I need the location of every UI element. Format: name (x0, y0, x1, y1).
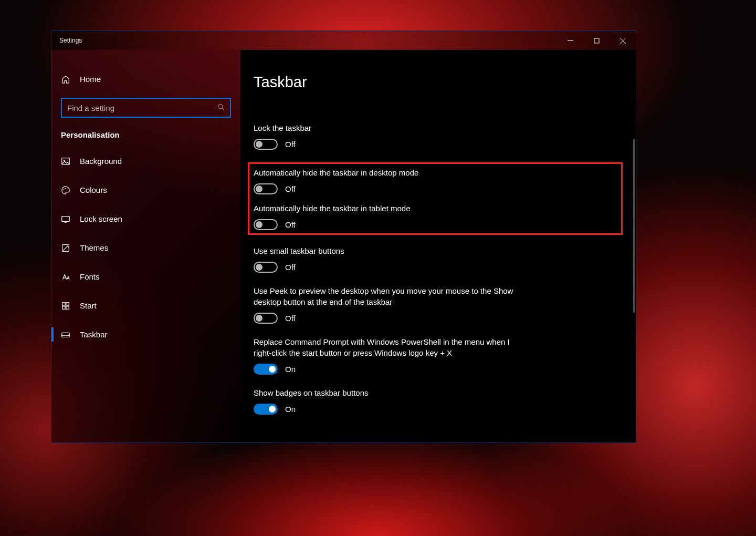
svg-rect-16 (62, 306, 65, 308)
svg-rect-14 (62, 302, 65, 305)
highlighted-region: Automatically hide the taskbar in deskto… (248, 162, 623, 235)
toggle-state: On (285, 405, 296, 414)
toggle-state: Off (285, 140, 296, 149)
search-input-container[interactable] (61, 98, 231, 118)
toggle-powershell[interactable] (254, 364, 278, 375)
sidebar-item-lock-screen[interactable]: Lock screen (51, 204, 240, 233)
toggle-state: On (285, 365, 296, 374)
sidebar-item-taskbar[interactable]: Taskbar (51, 320, 240, 349)
toggle-autohide-tablet[interactable] (254, 219, 278, 230)
toggle-small-buttons[interactable] (254, 262, 278, 273)
search-icon (217, 104, 225, 112)
page-title: Taskbar (254, 74, 623, 91)
maximize-button[interactable] (583, 31, 610, 50)
setting-badges: Show badges on taskbar buttons On (254, 387, 516, 415)
content-panel: Taskbar Lock the taskbar Off Automatical… (240, 50, 636, 442)
setting-autohide-desktop: Automatically hide the taskbar in deskto… (254, 167, 490, 194)
setting-label: Replace Command Prompt with Windows Powe… (254, 336, 516, 358)
setting-small-buttons: Use small taskbar buttons Off (254, 245, 516, 273)
setting-label: Lock the taskbar (254, 122, 516, 133)
sidebar-item-label: Colours (80, 185, 107, 194)
sidebar-item-label: Start (80, 301, 97, 310)
sidebar-item-label: Themes (80, 243, 108, 252)
svg-rect-11 (62, 216, 69, 221)
sidebar-item-colours[interactable]: Colours (51, 176, 240, 204)
svg-point-9 (65, 188, 66, 189)
toggle-state: Off (285, 184, 296, 193)
setting-autohide-tablet: Automatically hide the taskbar in tablet… (254, 203, 490, 230)
window-title: Settings (59, 37, 82, 44)
sidebar-item-fonts[interactable]: Fonts (51, 262, 240, 291)
search-input[interactable] (67, 104, 217, 112)
svg-point-4 (218, 104, 222, 108)
scrollbar[interactable] (633, 139, 635, 313)
svg-rect-6 (62, 158, 69, 164)
start-icon (61, 301, 70, 311)
svg-rect-15 (66, 302, 69, 305)
toggle-state: Off (285, 314, 296, 323)
setting-label: Use Peek to preview the desktop when you… (254, 285, 516, 307)
sidebar-item-start[interactable]: Start (51, 291, 240, 320)
fonts-icon (61, 272, 70, 282)
toggle-state: Off (285, 220, 296, 229)
svg-line-5 (222, 108, 224, 110)
sidebar-item-label: Taskbar (80, 330, 108, 339)
sidebar-home[interactable]: Home (51, 65, 240, 94)
sidebar-item-background[interactable]: Background (51, 147, 240, 176)
setting-peek: Use Peek to preview the desktop when you… (254, 285, 516, 324)
themes-icon (61, 243, 70, 253)
svg-rect-18 (62, 333, 69, 337)
toggle-badges[interactable] (254, 404, 278, 415)
svg-rect-17 (66, 306, 69, 308)
sidebar-item-label: Background (80, 157, 122, 166)
setting-powershell: Replace Command Prompt with Windows Powe… (254, 336, 516, 375)
close-button[interactable] (610, 31, 636, 50)
toggle-state: Off (285, 263, 296, 272)
palette-icon (61, 185, 70, 195)
sidebar: Home Personalisation Background Colours (51, 50, 240, 442)
sidebar-item-label: Lock screen (80, 214, 122, 223)
sidebar-item-label: Fonts (80, 272, 100, 281)
setting-label: Show badges on taskbar buttons (254, 387, 516, 398)
home-icon (61, 75, 70, 84)
toggle-autohide-desktop[interactable] (254, 183, 278, 194)
svg-point-7 (64, 159, 65, 161)
setting-label: Automatically hide the taskbar in deskto… (254, 167, 490, 178)
setting-label: Use small taskbar buttons (254, 245, 516, 256)
svg-rect-1 (594, 38, 599, 43)
setting-lock-taskbar: Lock the taskbar Off (254, 122, 516, 150)
minimize-button[interactable] (557, 31, 583, 50)
sidebar-home-label: Home (80, 75, 101, 84)
setting-label: Automatically hide the taskbar in tablet… (254, 203, 490, 214)
settings-window: Settings Home (51, 30, 636, 443)
sidebar-section-header: Personalisation (51, 127, 240, 147)
picture-icon (61, 157, 70, 166)
toggle-peek[interactable] (254, 313, 278, 324)
toggle-lock-taskbar[interactable] (254, 139, 278, 150)
window-controls (557, 31, 636, 50)
taskbar-icon (61, 330, 70, 339)
svg-point-8 (64, 189, 65, 190)
sidebar-item-themes[interactable]: Themes (51, 233, 240, 262)
lock-screen-icon (61, 214, 70, 224)
titlebar: Settings (51, 31, 636, 50)
svg-point-10 (67, 188, 68, 189)
